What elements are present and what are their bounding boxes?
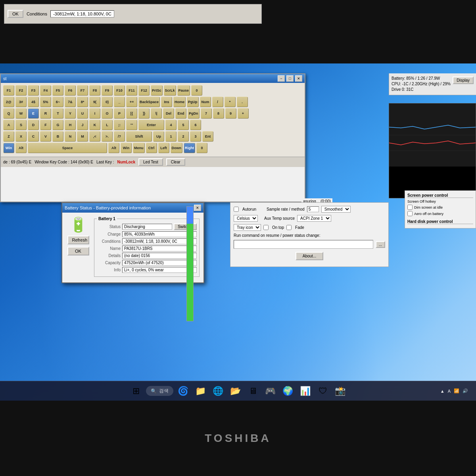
key-j[interactable]: J <box>77 120 88 130</box>
key-y[interactable]: Y <box>65 108 76 119</box>
key-p[interactable]: P <box>114 108 125 119</box>
key-e[interactable]: E <box>28 108 39 119</box>
key-del[interactable]: Del <box>163 108 174 119</box>
about-button[interactable]: About... <box>296 252 323 260</box>
key-scrlk[interactable]: ScrLk <box>164 85 176 96</box>
key-slash2[interactable]: /? <box>114 131 125 142</box>
key-4dollar[interactable]: 4$ <box>28 97 39 107</box>
key-f12[interactable]: F12 <box>138 85 150 96</box>
key-h[interactable]: H <box>65 120 76 130</box>
key-d[interactable]: D <box>28 120 39 130</box>
key-t[interactable]: T <box>52 108 63 119</box>
key-7amp[interactable]: 7& <box>65 97 76 107</box>
taskbar-icon-2[interactable]: 📁 <box>193 384 208 399</box>
key-f10[interactable]: F10 <box>114 85 125 96</box>
key-backspace[interactable]: BackSpace <box>138 97 160 107</box>
taskbar-icon-5[interactable]: 🖥 <box>246 384 261 399</box>
key-w[interactable]: W <box>15 108 27 119</box>
key-pause[interactable]: Pause <box>177 85 190 96</box>
key-up[interactable]: Up <box>153 131 164 142</box>
key-1[interactable]: 1 <box>165 131 177 142</box>
taskbar-search[interactable]: 🔍 검색 <box>146 386 173 396</box>
taskbar-icon-4[interactable]: 📂 <box>228 384 243 399</box>
key-a[interactable]: A <box>3 120 14 130</box>
taskbar-icon-9[interactable]: 🛡 <box>315 384 330 399</box>
key-dot[interactable]: . <box>237 97 248 107</box>
taskbar-icon-7[interactable]: 🌍 <box>280 384 296 399</box>
key-semicolon[interactable]: ;: <box>114 120 125 130</box>
key-4[interactable]: 4 <box>165 120 177 130</box>
key-f1[interactable]: F1 <box>3 85 14 96</box>
key-3[interactable]: 3 <box>190 131 201 142</box>
display-button[interactable]: Display <box>453 77 474 84</box>
maximize-button[interactable]: □ <box>286 75 294 82</box>
taskbar-icon-10[interactable]: 📸 <box>333 384 348 399</box>
key-numpad-0-top[interactable]: 0 <box>191 85 202 96</box>
on-top-checkbox[interactable] <box>263 225 269 230</box>
close-button[interactable]: ✕ <box>295 75 302 82</box>
key-backslash[interactable]: \| <box>151 108 162 119</box>
key-right[interactable]: Right <box>184 143 195 153</box>
sample-value-input[interactable] <box>307 206 319 212</box>
key-alt-right[interactable]: Alt <box>108 143 119 153</box>
key-left[interactable]: Left <box>158 143 169 153</box>
key-ins[interactable]: Ins <box>161 97 172 107</box>
key-7[interactable]: 7 <box>201 108 212 119</box>
key-l[interactable]: L <box>102 120 113 130</box>
key-down[interactable]: Down <box>171 143 183 153</box>
key-2[interactable]: 2 <box>178 131 189 142</box>
key-k[interactable]: K <box>89 120 100 130</box>
key-pgdn[interactable]: PgDn <box>188 108 200 119</box>
key-slash[interactable]: / <box>212 97 223 107</box>
key-space[interactable]: Space <box>28 143 107 153</box>
key-f3[interactable]: F3 <box>28 85 39 96</box>
key-plus-eq[interactable]: += <box>126 97 137 107</box>
key-o[interactable]: O <box>102 108 113 119</box>
led-test-button[interactable]: Led Test <box>138 158 163 166</box>
key-5percent[interactable]: 5% <box>40 97 51 107</box>
key-f4[interactable]: F4 <box>40 85 51 96</box>
key-u[interactable]: U <box>77 108 88 119</box>
browse-button[interactable]: ... <box>376 241 385 248</box>
key-num[interactable]: Num <box>200 97 211 107</box>
clear-button[interactable]: Clear <box>166 158 185 166</box>
key-9open[interactable]: 9( <box>89 97 100 107</box>
key-ctrl[interactable]: Ctrl <box>146 143 157 153</box>
battery-dialog-close[interactable]: ✕ <box>194 205 201 211</box>
dim-screen-checkbox[interactable] <box>407 205 413 210</box>
key-i[interactable]: I <box>89 108 100 119</box>
key-f2[interactable]: F2 <box>15 85 27 96</box>
key-pgup[interactable]: PgUp <box>187 97 199 107</box>
key-s[interactable]: S <box>15 120 27 130</box>
key-6tilde[interactable]: 6~ <box>52 97 63 107</box>
aux-temp-select[interactable]: ACPI Zone 1 <box>297 215 331 222</box>
sample-method-select[interactable]: Smoothed <box>321 206 351 213</box>
key-underscore[interactable]: _ <box>114 97 125 107</box>
key-5[interactable]: 5 <box>178 120 189 130</box>
key-2at[interactable]: 2@ <box>3 97 14 107</box>
taskbar-icon-6[interactable]: 🎮 <box>263 384 278 399</box>
key-b[interactable]: B <box>52 131 63 142</box>
key-prtsc[interactable]: PrtSc <box>151 85 163 96</box>
key-home[interactable]: Home <box>173 97 186 107</box>
refresh-button[interactable]: Refresh <box>67 236 89 244</box>
taskbar-icon-3[interactable]: 🌐 <box>211 384 226 399</box>
taskbar-icon-1[interactable]: 🌀 <box>176 384 191 399</box>
key-menu[interactable]: Menu <box>133 143 145 153</box>
key-end[interactable]: End <box>175 108 186 119</box>
key-x[interactable]: X <box>15 131 27 142</box>
key-r[interactable]: R <box>40 108 51 119</box>
key-enter[interactable]: Enter <box>138 120 164 130</box>
celsius-select[interactable]: Celsius <box>234 215 258 222</box>
key-star[interactable]: * <box>225 97 236 107</box>
run-command-input[interactable] <box>234 240 373 249</box>
key-z[interactable]: Z <box>3 131 14 142</box>
key-f11[interactable]: F11 <box>126 85 137 96</box>
key-open-bracket[interactable]: [{ <box>126 108 137 119</box>
key-v[interactable]: V <box>40 131 51 142</box>
key-plus[interactable]: + <box>238 108 249 119</box>
key-f7[interactable]: F7 <box>77 85 88 96</box>
battery-ok-button[interactable]: OK <box>67 247 89 255</box>
ok-button[interactable]: OK <box>8 10 23 18</box>
key-f8[interactable]: F8 <box>89 85 100 96</box>
